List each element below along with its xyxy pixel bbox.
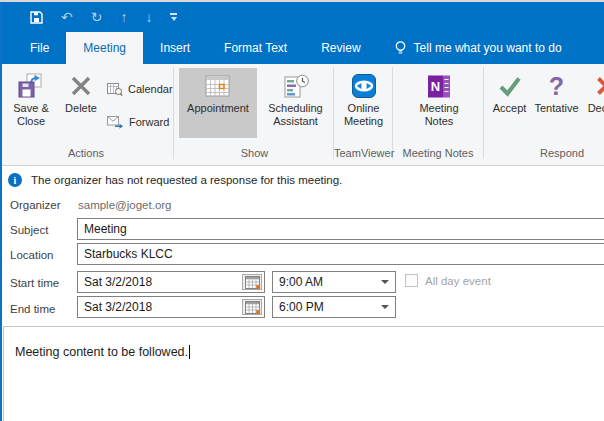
meeting-notes-label: Meeting: [419, 102, 458, 115]
end-time-combo[interactable]: 6:00 PM: [272, 296, 396, 318]
online-meeting-label: Online: [348, 102, 380, 115]
end-date-picker-icon[interactable]: [242, 299, 262, 315]
start-date-picker-icon[interactable]: [242, 274, 262, 290]
tab-meeting[interactable]: Meeting: [66, 32, 143, 64]
tentative-button[interactable]: ? Tentative: [532, 68, 581, 140]
text-cursor: [189, 345, 190, 359]
forward-button[interactable]: Forward: [107, 113, 185, 131]
start-date-value: Sat 3/2/2018: [84, 275, 152, 289]
onenote-icon: N: [426, 70, 452, 102]
undo-icon[interactable]: ↶: [61, 10, 73, 24]
title-bar[interactable]: ↶ ↻ ↑ ↓: [0, 2, 604, 32]
decline-label: Decline: [588, 102, 604, 115]
start-time-value: 9:00 AM: [279, 275, 323, 289]
start-date-input[interactable]: Sat 3/2/2018: [77, 271, 265, 293]
quick-access-toolbar: ↶ ↻ ↑ ↓: [30, 10, 177, 24]
calendar-icon: [107, 82, 123, 96]
group-separator: [483, 67, 484, 159]
group-label-respond: Respond: [483, 147, 604, 159]
tell-me-label: Tell me what you want to do: [414, 41, 562, 55]
delete-button[interactable]: Delete: [58, 68, 104, 140]
outlook-meeting-window: ↶ ↻ ↑ ↓ File Meeting Insert Format Text …: [0, 0, 604, 421]
appointment-icon: [205, 70, 231, 102]
group-label-show: Show: [176, 147, 333, 159]
tentative-question-icon: ?: [549, 70, 564, 102]
delete-x-icon: [70, 70, 92, 102]
group-separator: [333, 67, 334, 159]
organizer-value: sample@joget.org: [78, 199, 172, 211]
group-label-actions: Actions: [3, 147, 169, 159]
location-label: Location: [10, 249, 53, 261]
save-close-label: Save &: [13, 102, 48, 115]
end-time-label: End time: [10, 303, 55, 315]
subject-label: Subject: [10, 224, 48, 236]
organizer-label: Organizer: [10, 199, 61, 211]
online-meeting-button[interactable]: Online Meeting: [336, 68, 391, 140]
info-icon: i: [8, 173, 22, 187]
teamviewer-icon: [351, 70, 377, 102]
appointment-label: Appointment: [187, 102, 249, 115]
calendar-label: Calendar: [128, 83, 173, 95]
tab-review[interactable]: Review: [304, 32, 377, 64]
move-up-icon[interactable]: ↑: [120, 10, 127, 24]
all-day-event-checkbox: [405, 274, 418, 287]
lightbulb-icon: [394, 40, 407, 56]
group-separator: [392, 67, 393, 159]
redo-icon[interactable]: ↻: [91, 10, 103, 24]
all-day-event-label: All day event: [425, 275, 491, 287]
decline-button[interactable]: Decline: [581, 68, 604, 140]
save-and-close-button[interactable]: Save & Close: [5, 68, 57, 140]
save-icon[interactable]: [30, 11, 43, 24]
scheduling-assistant-icon: [283, 70, 309, 102]
tab-format-text[interactable]: Format Text: [207, 32, 304, 64]
meeting-notes-label: Notes: [425, 115, 454, 128]
start-time-combo[interactable]: 9:00 AM: [272, 271, 396, 293]
save-close-icon: [18, 70, 44, 102]
scheduling-label: Assistant: [273, 115, 318, 128]
calendar-button[interactable]: Calendar: [107, 80, 173, 98]
forward-label: Forward: [129, 116, 169, 128]
group-label-meeting-notes: Meeting Notes: [393, 147, 483, 159]
online-meeting-label: Meeting: [344, 115, 383, 128]
info-bar: i The organizer has not requested a resp…: [2, 167, 604, 193]
delete-label: Delete: [65, 102, 97, 115]
start-time-dropdown-icon[interactable]: [381, 280, 389, 284]
accept-button[interactable]: Accept: [487, 68, 532, 140]
move-down-icon[interactable]: ↓: [145, 10, 152, 24]
window-left-edge: [0, 2, 2, 421]
scheduling-label: Scheduling: [268, 102, 322, 115]
tab-file[interactable]: File: [13, 32, 66, 64]
accept-check-icon: [497, 70, 523, 102]
end-time-value: 6:00 PM: [279, 300, 324, 314]
svg-text:N: N: [431, 79, 440, 94]
end-date-input[interactable]: Sat 3/2/2018: [77, 296, 265, 318]
tell-me-box[interactable]: Tell me what you want to do: [378, 32, 562, 64]
tentative-label: Tentative: [534, 102, 578, 115]
end-time-dropdown-icon[interactable]: [381, 305, 389, 309]
info-message: The organizer has not requested a respon…: [31, 174, 342, 186]
location-input[interactable]: [77, 243, 604, 265]
ribbon-tab-bar: File Meeting Insert Format Text Review T…: [0, 32, 604, 64]
accept-label: Accept: [493, 102, 527, 115]
subject-input[interactable]: [77, 218, 604, 240]
group-label-teamviewer: TeamViewer: [334, 147, 392, 159]
scheduling-assistant-button[interactable]: Scheduling Assistant: [258, 68, 333, 140]
forward-icon: [107, 115, 124, 129]
end-date-value: Sat 3/2/2018: [84, 300, 152, 314]
start-time-label: Start time: [10, 277, 59, 289]
decline-x-icon: [594, 70, 604, 102]
message-body-editor[interactable]: Meeting content to be followed.: [3, 326, 604, 421]
message-body-text: Meeting content to be followed.: [15, 345, 188, 359]
appointment-button[interactable]: Appointment: [179, 68, 257, 138]
meeting-notes-button[interactable]: N Meeting Notes: [397, 68, 481, 140]
tab-insert[interactable]: Insert: [143, 32, 207, 64]
ribbon: Save & Close Delete Calendar Forward Act…: [0, 64, 604, 166]
save-close-label: Close: [17, 115, 45, 128]
customize-quick-access-toolbar-icon[interactable]: [170, 13, 177, 21]
